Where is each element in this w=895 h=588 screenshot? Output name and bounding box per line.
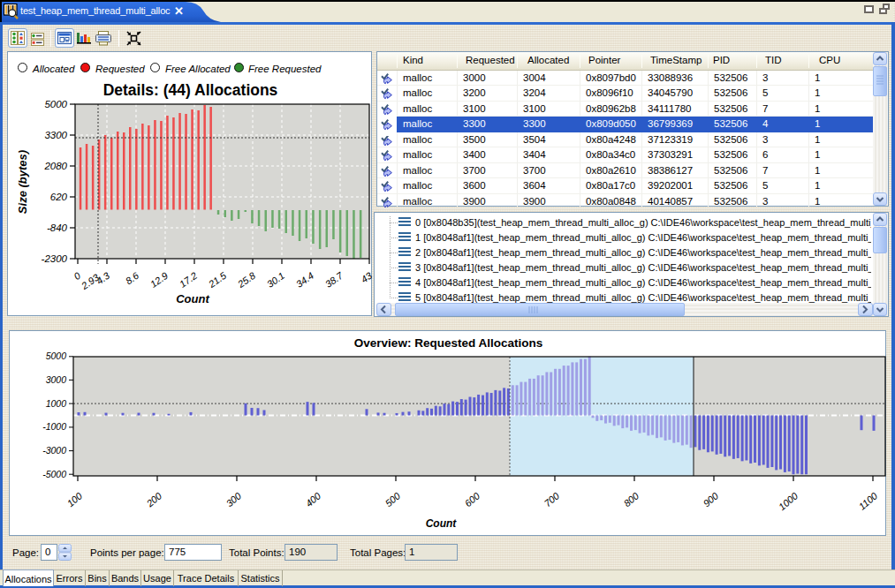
svg-text:-3000: -3000 xyxy=(42,445,66,456)
svg-text:200: 200 xyxy=(144,490,164,509)
svg-text:800: 800 xyxy=(622,490,641,509)
svg-text:-840: -840 xyxy=(47,222,68,233)
svg-text:-5000: -5000 xyxy=(42,469,66,479)
svg-text:500: 500 xyxy=(383,490,403,509)
svg-text:400: 400 xyxy=(304,490,323,509)
svg-text:38.7: 38.7 xyxy=(323,269,345,290)
svg-text:620: 620 xyxy=(50,192,68,202)
svg-text:600: 600 xyxy=(463,490,482,509)
svg-text:900: 900 xyxy=(702,490,721,509)
svg-text:12.9: 12.9 xyxy=(148,270,170,290)
svg-text:3000: 3000 xyxy=(46,374,67,385)
svg-text:34.4: 34.4 xyxy=(294,270,315,290)
svg-text:17.2: 17.2 xyxy=(178,270,199,290)
svg-text:5000: 5000 xyxy=(46,351,67,361)
svg-text:Count: Count xyxy=(426,517,458,530)
svg-text:3300: 3300 xyxy=(44,130,67,140)
svg-text:-2300: -2300 xyxy=(42,253,68,264)
svg-text:30.1: 30.1 xyxy=(265,270,286,290)
svg-text:Count: Count xyxy=(176,292,209,305)
svg-text:21.5: 21.5 xyxy=(206,269,229,290)
svg-text:100: 100 xyxy=(65,490,85,509)
svg-text:700: 700 xyxy=(542,490,562,509)
svg-text:1100: 1100 xyxy=(856,490,880,512)
svg-text:8.6: 8.6 xyxy=(124,269,141,286)
svg-text:-1000: -1000 xyxy=(42,421,66,432)
svg-text:43: 43 xyxy=(359,269,373,284)
svg-text:1000: 1000 xyxy=(46,398,67,409)
svg-text:0: 0 xyxy=(72,269,83,282)
svg-text:5000: 5000 xyxy=(44,99,67,109)
svg-text:2080: 2080 xyxy=(43,161,67,171)
svg-text:25.8: 25.8 xyxy=(235,269,258,290)
svg-text:300: 300 xyxy=(224,490,244,509)
svg-text:1000: 1000 xyxy=(777,490,800,512)
svg-text:Size (bytes): Size (bytes) xyxy=(16,150,29,214)
